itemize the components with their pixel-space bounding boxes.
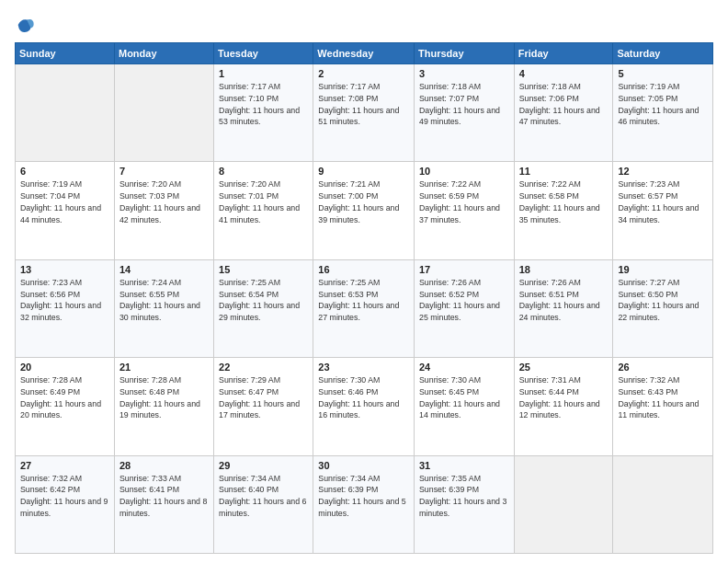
calendar-table: SundayMondayTuesdayWednesdayThursdayFrid… bbox=[15, 42, 713, 554]
logo-icon bbox=[15, 15, 35, 35]
day-info: Sunrise: 7:22 AMSunset: 6:59 PMDaylight:… bbox=[419, 178, 509, 225]
header-friday: Friday bbox=[514, 43, 613, 64]
page: SundayMondayTuesdayWednesdayThursdayFrid… bbox=[0, 0, 728, 563]
day-cell: 14Sunrise: 7:24 AMSunset: 6:55 PMDayligh… bbox=[114, 259, 213, 357]
day-info: Sunrise: 7:33 AMSunset: 6:41 PMDaylight:… bbox=[119, 473, 209, 520]
day-info: Sunrise: 7:27 AMSunset: 6:50 PMDaylight:… bbox=[618, 277, 708, 324]
day-cell: 7Sunrise: 7:20 AMSunset: 7:03 PMDaylight… bbox=[114, 162, 213, 259]
day-cell: 3Sunrise: 7:18 AMSunset: 7:07 PMDaylight… bbox=[414, 64, 514, 162]
day-number: 5 bbox=[618, 68, 708, 79]
day-info: Sunrise: 7:19 AMSunset: 7:04 PMDaylight:… bbox=[20, 178, 109, 225]
day-cell bbox=[16, 64, 115, 162]
day-number: 18 bbox=[519, 264, 609, 275]
day-number: 23 bbox=[318, 362, 409, 373]
day-cell: 5Sunrise: 7:19 AMSunset: 7:05 PMDaylight… bbox=[613, 64, 713, 162]
day-number: 10 bbox=[419, 166, 509, 177]
day-cell: 13Sunrise: 7:23 AMSunset: 6:56 PMDayligh… bbox=[16, 259, 115, 357]
day-number: 14 bbox=[119, 264, 209, 275]
week-row-5: 27Sunrise: 7:32 AMSunset: 6:42 PMDayligh… bbox=[16, 455, 713, 553]
day-info: Sunrise: 7:24 AMSunset: 6:55 PMDaylight:… bbox=[119, 277, 209, 324]
calendar-header-row: SundayMondayTuesdayWednesdayThursdayFrid… bbox=[16, 43, 713, 64]
day-cell bbox=[613, 455, 713, 553]
day-cell bbox=[114, 64, 213, 162]
day-info: Sunrise: 7:32 AMSunset: 6:43 PMDaylight:… bbox=[618, 374, 708, 421]
day-cell: 21Sunrise: 7:28 AMSunset: 6:48 PMDayligh… bbox=[114, 358, 213, 455]
day-info: Sunrise: 7:28 AMSunset: 6:49 PMDaylight:… bbox=[20, 374, 109, 421]
header-monday: Monday bbox=[114, 43, 213, 64]
header bbox=[15, 15, 713, 35]
day-cell: 17Sunrise: 7:26 AMSunset: 6:52 PMDayligh… bbox=[414, 259, 514, 357]
day-number: 2 bbox=[318, 68, 409, 79]
day-number: 15 bbox=[219, 264, 308, 275]
day-cell: 16Sunrise: 7:25 AMSunset: 6:53 PMDayligh… bbox=[313, 259, 415, 357]
day-number: 13 bbox=[20, 264, 109, 275]
day-cell: 31Sunrise: 7:35 AMSunset: 6:39 PMDayligh… bbox=[414, 455, 514, 553]
day-info: Sunrise: 7:20 AMSunset: 7:03 PMDaylight:… bbox=[119, 178, 209, 225]
day-info: Sunrise: 7:26 AMSunset: 6:52 PMDaylight:… bbox=[419, 277, 509, 324]
day-number: 25 bbox=[519, 362, 609, 373]
day-cell: 29Sunrise: 7:34 AMSunset: 6:40 PMDayligh… bbox=[214, 455, 313, 553]
day-number: 3 bbox=[419, 68, 509, 79]
week-row-2: 6Sunrise: 7:19 AMSunset: 7:04 PMDaylight… bbox=[16, 162, 713, 259]
day-number: 21 bbox=[119, 362, 209, 373]
day-cell: 23Sunrise: 7:30 AMSunset: 6:46 PMDayligh… bbox=[313, 358, 415, 455]
day-cell: 12Sunrise: 7:23 AMSunset: 6:57 PMDayligh… bbox=[613, 162, 713, 259]
day-cell bbox=[514, 455, 613, 553]
day-number: 1 bbox=[219, 68, 308, 79]
header-sunday: Sunday bbox=[16, 43, 115, 64]
day-info: Sunrise: 7:29 AMSunset: 6:47 PMDaylight:… bbox=[219, 374, 308, 421]
day-number: 26 bbox=[618, 362, 708, 373]
day-info: Sunrise: 7:20 AMSunset: 7:01 PMDaylight:… bbox=[219, 178, 308, 225]
day-number: 22 bbox=[219, 362, 308, 373]
day-cell: 4Sunrise: 7:18 AMSunset: 7:06 PMDaylight… bbox=[514, 64, 613, 162]
day-info: Sunrise: 7:30 AMSunset: 6:45 PMDaylight:… bbox=[419, 374, 509, 421]
day-cell: 9Sunrise: 7:21 AMSunset: 7:00 PMDaylight… bbox=[313, 162, 415, 259]
day-info: Sunrise: 7:23 AMSunset: 6:57 PMDaylight:… bbox=[618, 178, 708, 225]
day-cell: 18Sunrise: 7:26 AMSunset: 6:51 PMDayligh… bbox=[514, 259, 613, 357]
logo bbox=[15, 15, 39, 35]
day-cell: 25Sunrise: 7:31 AMSunset: 6:44 PMDayligh… bbox=[514, 358, 613, 455]
day-cell: 30Sunrise: 7:34 AMSunset: 6:39 PMDayligh… bbox=[313, 455, 415, 553]
day-number: 19 bbox=[618, 264, 708, 275]
day-number: 30 bbox=[318, 460, 409, 471]
day-info: Sunrise: 7:25 AMSunset: 6:54 PMDaylight:… bbox=[219, 277, 308, 324]
day-info: Sunrise: 7:34 AMSunset: 6:40 PMDaylight:… bbox=[219, 473, 308, 520]
day-info: Sunrise: 7:30 AMSunset: 6:46 PMDaylight:… bbox=[318, 374, 409, 421]
day-number: 7 bbox=[119, 166, 209, 177]
day-cell: 2Sunrise: 7:17 AMSunset: 7:08 PMDaylight… bbox=[313, 64, 415, 162]
day-cell: 19Sunrise: 7:27 AMSunset: 6:50 PMDayligh… bbox=[613, 259, 713, 357]
day-number: 8 bbox=[219, 166, 308, 177]
day-info: Sunrise: 7:31 AMSunset: 6:44 PMDaylight:… bbox=[519, 374, 609, 421]
week-row-4: 20Sunrise: 7:28 AMSunset: 6:49 PMDayligh… bbox=[16, 358, 713, 455]
day-cell: 15Sunrise: 7:25 AMSunset: 6:54 PMDayligh… bbox=[214, 259, 313, 357]
header-wednesday: Wednesday bbox=[313, 43, 415, 64]
day-info: Sunrise: 7:17 AMSunset: 7:08 PMDaylight:… bbox=[318, 81, 409, 128]
week-row-1: 1Sunrise: 7:17 AMSunset: 7:10 PMDaylight… bbox=[16, 64, 713, 162]
day-cell: 11Sunrise: 7:22 AMSunset: 6:58 PMDayligh… bbox=[514, 162, 613, 259]
day-cell: 26Sunrise: 7:32 AMSunset: 6:43 PMDayligh… bbox=[613, 358, 713, 455]
day-cell: 6Sunrise: 7:19 AMSunset: 7:04 PMDaylight… bbox=[16, 162, 115, 259]
day-info: Sunrise: 7:19 AMSunset: 7:05 PMDaylight:… bbox=[618, 81, 708, 128]
header-thursday: Thursday bbox=[414, 43, 514, 64]
day-info: Sunrise: 7:35 AMSunset: 6:39 PMDaylight:… bbox=[419, 473, 509, 520]
day-number: 4 bbox=[519, 68, 609, 79]
day-number: 28 bbox=[119, 460, 209, 471]
day-number: 11 bbox=[519, 166, 609, 177]
week-row-3: 13Sunrise: 7:23 AMSunset: 6:56 PMDayligh… bbox=[16, 259, 713, 357]
day-cell: 22Sunrise: 7:29 AMSunset: 6:47 PMDayligh… bbox=[214, 358, 313, 455]
day-info: Sunrise: 7:18 AMSunset: 7:06 PMDaylight:… bbox=[519, 81, 609, 128]
day-number: 6 bbox=[20, 166, 109, 177]
header-tuesday: Tuesday bbox=[214, 43, 313, 64]
header-saturday: Saturday bbox=[613, 43, 713, 64]
day-info: Sunrise: 7:18 AMSunset: 7:07 PMDaylight:… bbox=[419, 81, 509, 128]
day-number: 24 bbox=[419, 362, 509, 373]
day-info: Sunrise: 7:34 AMSunset: 6:39 PMDaylight:… bbox=[318, 473, 409, 520]
day-cell: 24Sunrise: 7:30 AMSunset: 6:45 PMDayligh… bbox=[414, 358, 514, 455]
day-number: 17 bbox=[419, 264, 509, 275]
day-number: 9 bbox=[318, 166, 409, 177]
day-cell: 28Sunrise: 7:33 AMSunset: 6:41 PMDayligh… bbox=[114, 455, 213, 553]
day-cell: 27Sunrise: 7:32 AMSunset: 6:42 PMDayligh… bbox=[16, 455, 115, 553]
day-number: 12 bbox=[618, 166, 708, 177]
day-number: 29 bbox=[219, 460, 308, 471]
day-info: Sunrise: 7:21 AMSunset: 7:00 PMDaylight:… bbox=[318, 178, 409, 225]
